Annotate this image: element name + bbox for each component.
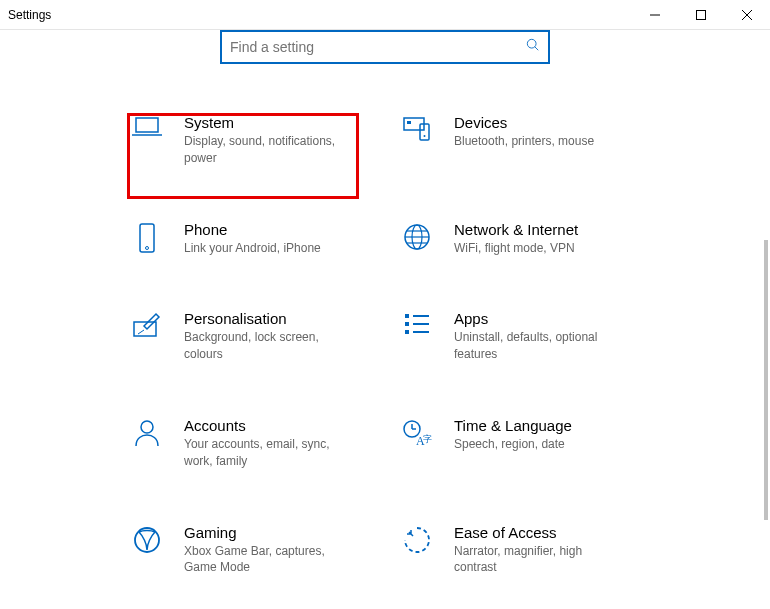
window-title: Settings bbox=[8, 8, 51, 22]
svg-rect-23 bbox=[405, 322, 409, 326]
devices-icon bbox=[402, 116, 432, 142]
tile-title: Devices bbox=[454, 114, 660, 131]
tile-title: Ease of Access bbox=[454, 524, 660, 541]
tile-devices[interactable]: Devices Bluetooth, printers, mouse bbox=[400, 114, 660, 167]
tile-desc: Speech, region, date bbox=[454, 436, 614, 453]
tile-desc: Xbox Game Bar, captures, Game Mode bbox=[184, 543, 344, 577]
tile-desc: WiFi, flight mode, VPN bbox=[454, 240, 614, 257]
tile-title: Personalisation bbox=[184, 310, 390, 327]
tile-ease-of-access[interactable]: Ease of Access Narrator, magnifier, high… bbox=[400, 524, 660, 577]
svg-point-27 bbox=[141, 421, 153, 433]
tile-system[interactable]: System Display, sound, notifications, po… bbox=[130, 114, 390, 167]
tile-gaming[interactable]: Gaming Xbox Game Bar, captures, Game Mod… bbox=[130, 524, 390, 577]
svg-line-20 bbox=[138, 330, 144, 334]
close-button[interactable] bbox=[724, 0, 770, 30]
paintbrush-icon bbox=[132, 312, 162, 338]
close-icon bbox=[742, 10, 752, 20]
time-language-icon: A字 bbox=[402, 419, 432, 447]
scrollbar-thumb[interactable] bbox=[764, 240, 768, 520]
tile-title: Time & Language bbox=[454, 417, 660, 434]
svg-rect-6 bbox=[136, 118, 158, 132]
svg-point-13 bbox=[146, 246, 149, 249]
maximize-icon bbox=[696, 10, 706, 20]
minimize-button[interactable] bbox=[632, 0, 678, 30]
tile-title: Phone bbox=[184, 221, 390, 238]
tile-desc: Bluetooth, printers, mouse bbox=[454, 133, 614, 150]
scrollbar[interactable] bbox=[754, 30, 770, 609]
tile-title: Network & Internet bbox=[454, 221, 660, 238]
svg-rect-25 bbox=[405, 330, 409, 334]
tile-title: Apps bbox=[454, 310, 660, 327]
tile-personalisation[interactable]: Personalisation Background, lock screen,… bbox=[130, 310, 390, 363]
laptop-icon bbox=[132, 116, 162, 140]
tile-desc: Uninstall, defaults, optional features bbox=[454, 329, 614, 363]
svg-point-11 bbox=[424, 135, 426, 137]
tile-desc: Your accounts, email, sync, work, family bbox=[184, 436, 344, 470]
tile-desc: Background, lock screen, colours bbox=[184, 329, 344, 363]
globe-icon bbox=[403, 223, 431, 251]
svg-rect-12 bbox=[140, 224, 154, 252]
ease-of-access-icon bbox=[403, 526, 431, 554]
tile-time-language[interactable]: A字 Time & Language Speech, region, date bbox=[400, 417, 660, 470]
minimize-icon bbox=[650, 10, 660, 20]
tile-desc: Display, sound, notifications, power bbox=[184, 133, 344, 167]
svg-text:字: 字 bbox=[423, 434, 432, 444]
tile-title: Gaming bbox=[184, 524, 390, 541]
svg-rect-9 bbox=[407, 121, 411, 124]
window-controls bbox=[632, 0, 770, 30]
tile-desc: Narrator, magnifier, high contrast bbox=[454, 543, 614, 577]
titlebar: Settings bbox=[0, 0, 770, 30]
tile-phone[interactable]: Phone Link your Android, iPhone bbox=[130, 221, 390, 257]
phone-icon bbox=[137, 223, 157, 253]
tile-accounts[interactable]: Accounts Your accounts, email, sync, wor… bbox=[130, 417, 390, 470]
tile-title: Accounts bbox=[184, 417, 390, 434]
list-icon bbox=[403, 312, 431, 336]
maximize-button[interactable] bbox=[678, 0, 724, 30]
tile-desc: Link your Android, iPhone bbox=[184, 240, 344, 257]
tile-apps[interactable]: Apps Uninstall, defaults, optional featu… bbox=[400, 310, 660, 363]
svg-rect-1 bbox=[697, 10, 706, 19]
search-box[interactable] bbox=[220, 30, 550, 64]
search-icon bbox=[526, 38, 540, 56]
person-icon bbox=[134, 419, 160, 447]
settings-grid: System Display, sound, notifications, po… bbox=[0, 114, 770, 576]
svg-rect-21 bbox=[405, 314, 409, 318]
tile-network[interactable]: Network & Internet WiFi, flight mode, VP… bbox=[400, 221, 660, 257]
tile-title: System bbox=[184, 114, 390, 131]
xbox-icon bbox=[133, 526, 161, 554]
svg-line-5 bbox=[535, 47, 539, 51]
search-input[interactable] bbox=[230, 39, 526, 55]
